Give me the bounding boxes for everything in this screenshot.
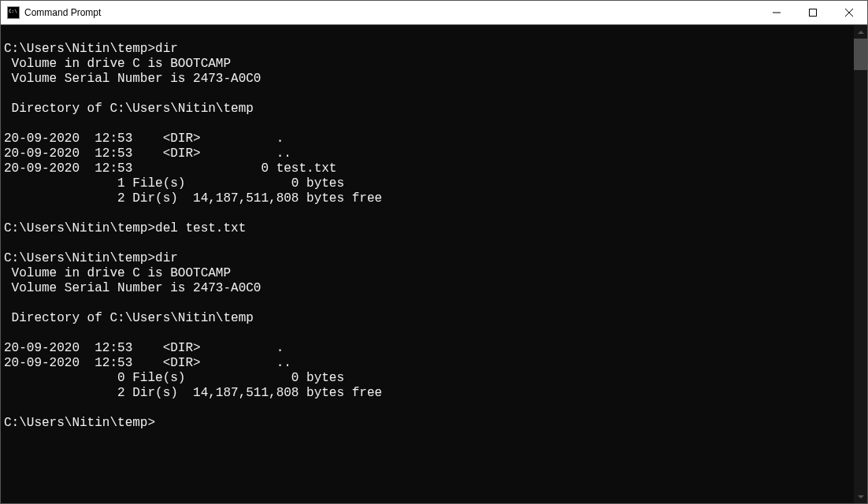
close-button[interactable]	[831, 1, 867, 24]
app-icon	[7, 6, 20, 19]
terminal-line: 20-09-2020 12:53 <DIR> ..	[4, 356, 851, 371]
maximize-button[interactable]	[795, 1, 831, 24]
terminal-line: 20-09-2020 12:53 <DIR> .	[4, 341, 851, 356]
close-icon	[845, 9, 853, 17]
terminal-line	[4, 236, 851, 251]
terminal-line: Volume Serial Number is 2473-A0C0	[4, 281, 851, 296]
terminal-line	[4, 296, 851, 311]
terminal-line	[4, 117, 851, 132]
terminal-line: Directory of C:\Users\Nitin\temp	[4, 102, 851, 117]
maximize-icon	[809, 9, 817, 17]
terminal-line: Volume in drive C is BOOTCAMP	[4, 57, 851, 72]
terminal-line: C:\Users\Nitin\temp>	[4, 416, 851, 431]
terminal-line: C:\Users\Nitin\temp>dir	[4, 42, 851, 57]
terminal-output[interactable]: C:\Users\Nitin\temp>dir Volume in drive …	[1, 25, 854, 503]
window-title: Command Prompt	[24, 7, 759, 18]
terminal-line: Directory of C:\Users\Nitin\temp	[4, 311, 851, 326]
terminal-line	[4, 87, 851, 102]
titlebar: Command Prompt	[1, 1, 867, 25]
terminal-line: 20-09-2020 12:53 0 test.txt	[4, 161, 851, 176]
terminal-wrapper: C:\Users\Nitin\temp>dir Volume in drive …	[1, 25, 867, 503]
scrollbar-down-button[interactable]	[854, 490, 867, 503]
scrollbar-up-button[interactable]	[854, 25, 867, 39]
terminal-line: Volume Serial Number is 2473-A0C0	[4, 72, 851, 87]
minimize-icon	[773, 9, 781, 17]
terminal-line: 2 Dir(s) 14,187,511,808 bytes free	[4, 191, 851, 206]
terminal-line: Volume in drive C is BOOTCAMP	[4, 266, 851, 281]
terminal-line	[4, 326, 851, 341]
terminal-line: 20-09-2020 12:53 <DIR> .	[4, 132, 851, 146]
svg-rect-1	[810, 9, 817, 17]
scrollbar-thumb[interactable]	[854, 39, 867, 70]
terminal-line: 20-09-2020 12:53 <DIR> ..	[4, 146, 851, 161]
terminal-line: 1 File(s) 0 bytes	[4, 176, 851, 191]
terminal-line: 2 Dir(s) 14,187,511,808 bytes free	[4, 386, 851, 401]
terminal-line: C:\Users\Nitin\temp>dir	[4, 251, 851, 266]
terminal-line	[4, 401, 851, 416]
terminal-line	[4, 27, 851, 42]
terminal-line: C:\Users\Nitin\temp>del test.txt	[4, 221, 851, 236]
window-controls	[759, 1, 867, 24]
terminal-line	[4, 206, 851, 221]
minimize-button[interactable]	[759, 1, 795, 24]
terminal-line: 0 File(s) 0 bytes	[4, 371, 851, 386]
scrollbar[interactable]	[854, 25, 867, 503]
